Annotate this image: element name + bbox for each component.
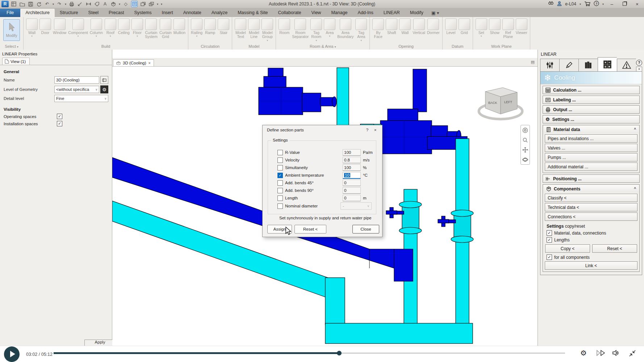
open-icon[interactable] — [19, 1, 25, 7]
calculation-button[interactable]: Calculation ... — [543, 86, 640, 94]
search-icon[interactable] — [548, 1, 554, 7]
length-checkbox[interactable] — [277, 195, 283, 201]
operating-spaces-checkbox[interactable] — [57, 114, 62, 119]
viewer-button[interactable]: Viewer — [515, 18, 528, 35]
room-separator-button[interactable]: Room Separator — [291, 18, 309, 39]
window-button[interactable]: Window — [52, 18, 67, 35]
progress-handle[interactable] — [337, 351, 342, 355]
tab-structure[interactable]: Structure — [55, 9, 83, 17]
undo-icon[interactable]: ↶ — [44, 1, 50, 7]
text-icon[interactable]: A — [102, 1, 108, 7]
viewcube-back-label[interactable]: BACK — [488, 101, 497, 105]
roof-button[interactable]: Roof▾ — [104, 18, 117, 38]
classify-button[interactable]: Classify < — [545, 194, 637, 202]
collapse-chevron-icon[interactable]: ^ — [634, 187, 636, 191]
play-button[interactable] — [4, 346, 20, 362]
close-button-dialog[interactable]: Close — [352, 225, 379, 233]
level-button[interactable]: Level — [444, 18, 457, 35]
properties-icon[interactable] — [11, 1, 17, 7]
tag-icon[interactable] — [94, 1, 100, 7]
tab-systems[interactable]: Systems — [129, 9, 156, 17]
stair-button[interactable]: Stair — [217, 18, 230, 35]
add-bends-90-checkbox[interactable] — [277, 188, 283, 193]
mullion-button[interactable]: Mullion — [173, 18, 186, 35]
tab-view[interactable]: View — [306, 9, 326, 17]
tag-area-button[interactable]: Tag Area▾ — [355, 18, 368, 42]
redo-dropdown-icon[interactable]: ▾ — [65, 3, 66, 6]
playback-speed-icon[interactable] — [596, 350, 606, 358]
switch-windows-icon[interactable] — [149, 1, 154, 7]
add-bends-90-input[interactable]: 0 — [343, 187, 361, 194]
panel-label-build[interactable]: Build — [24, 44, 188, 50]
floor-button[interactable]: Floor▾ — [131, 18, 144, 38]
curtain-grid-button[interactable]: Curtain Grid — [159, 18, 172, 39]
railing-button[interactable]: Railing▾ — [190, 18, 203, 38]
r-value-input[interactable]: 100 — [343, 149, 361, 156]
help-icon[interactable]: ? — [594, 1, 599, 7]
viewport-3d[interactable]: 3D (Cooling) × ▤ BACK LEFT Define sectio… — [112, 50, 538, 346]
panel-label-select[interactable]: Select ▾ — [0, 44, 23, 50]
exit-fullscreen-icon[interactable] — [629, 350, 636, 358]
revit-logo-icon[interactable]: R — [1, 1, 9, 7]
copy-button[interactable]: Copy < — [545, 244, 590, 253]
by-face-button[interactable]: By Face — [372, 18, 385, 39]
door-button[interactable]: Door — [39, 18, 52, 35]
tab-modify[interactable]: Modify — [405, 9, 428, 17]
ambient-temperature-checkbox[interactable] — [277, 173, 283, 178]
installation-spaces-checkbox[interactable] — [57, 121, 62, 126]
tab-add-ins[interactable]: Add-Ins — [353, 9, 379, 17]
redo-icon[interactable]: ↷ — [57, 1, 62, 7]
lengths-checkbox[interactable] — [547, 237, 552, 243]
shaft-button[interactable]: Shaft — [385, 18, 398, 35]
linear-help-icon[interactable]: ? — [636, 60, 642, 66]
curtain-system-button[interactable]: Curtain System — [144, 18, 158, 39]
area-boundary-button[interactable]: Area Boundary — [336, 18, 354, 39]
ramp-button[interactable]: Ramp — [204, 18, 217, 35]
linear-tab-library-icon[interactable] — [578, 59, 598, 72]
nominal-diameter-checkbox[interactable] — [277, 203, 283, 209]
room-button[interactable]: Room — [278, 18, 291, 35]
user-icon[interactable] — [557, 1, 562, 7]
wall-button[interactable]: Wall▾ — [25, 18, 38, 38]
measure-icon[interactable] — [77, 1, 83, 7]
tab-manage[interactable]: Manage — [326, 9, 352, 17]
panel-label-work-plane[interactable]: Work Plane — [473, 44, 530, 50]
ref-plane-button[interactable]: Ref Plane — [502, 18, 515, 39]
print-icon[interactable] — [69, 1, 75, 7]
linear-tab-pencil-icon[interactable] — [559, 59, 578, 72]
customize-qat-icon[interactable]: ▾ — [161, 3, 162, 6]
tab-architecture[interactable]: Architecture — [20, 9, 55, 17]
tab-linear[interactable]: LINEAR — [379, 9, 405, 17]
wall-opening-button[interactable]: Wall — [398, 18, 411, 35]
steering-wheel-icon[interactable] — [522, 127, 528, 133]
view-tab-3d-cooling[interactable]: 3D (Cooling) × — [113, 59, 154, 66]
length-input[interactable]: 0 — [343, 195, 361, 201]
velocity-input[interactable]: 0.8 — [343, 157, 361, 163]
orbit-icon[interactable] — [522, 157, 528, 163]
volume-icon[interactable] — [612, 350, 622, 358]
save-icon[interactable] — [28, 1, 33, 7]
add-bends-45-input[interactable]: 0 — [343, 180, 361, 186]
tab-precast[interactable]: Precast — [104, 9, 129, 17]
component-button[interactable]: Component▾ — [67, 18, 88, 38]
switch-dropdown-icon[interactable]: ▾ — [157, 3, 158, 6]
pipes-insulations-button[interactable]: Pipes and insulations ... — [545, 134, 637, 143]
model-line-button[interactable]: Model Line — [247, 18, 260, 39]
panel-label-circulation[interactable]: Circulation — [188, 44, 232, 50]
edit-name-button[interactable] — [100, 76, 108, 84]
close-hidden-windows-icon[interactable] — [140, 1, 146, 7]
viewcube-left-label[interactable]: LEFT — [504, 100, 513, 104]
view-tab-list-icon[interactable]: ▤ — [531, 60, 535, 64]
technical-data-button[interactable]: Technical data < — [545, 203, 637, 211]
tab-collaborate[interactable]: Collaborate — [273, 9, 306, 17]
ceiling-button[interactable]: Ceiling — [117, 18, 130, 35]
set-button[interactable]: Set▾ — [475, 18, 488, 38]
settings-button[interactable]: ⚙ Settings ... — [543, 115, 640, 123]
area-button[interactable]: Area▾ — [323, 18, 336, 38]
aligned-dimension-icon[interactable] — [85, 1, 91, 7]
pan-icon[interactable] — [522, 147, 528, 153]
model-text-button[interactable]: Model Text — [234, 18, 247, 39]
help-dropdown-icon[interactable]: ▾ — [602, 3, 604, 6]
linear-tab-warning-icon[interactable] — [617, 59, 636, 72]
reset-button[interactable]: Reset < — [294, 225, 326, 233]
